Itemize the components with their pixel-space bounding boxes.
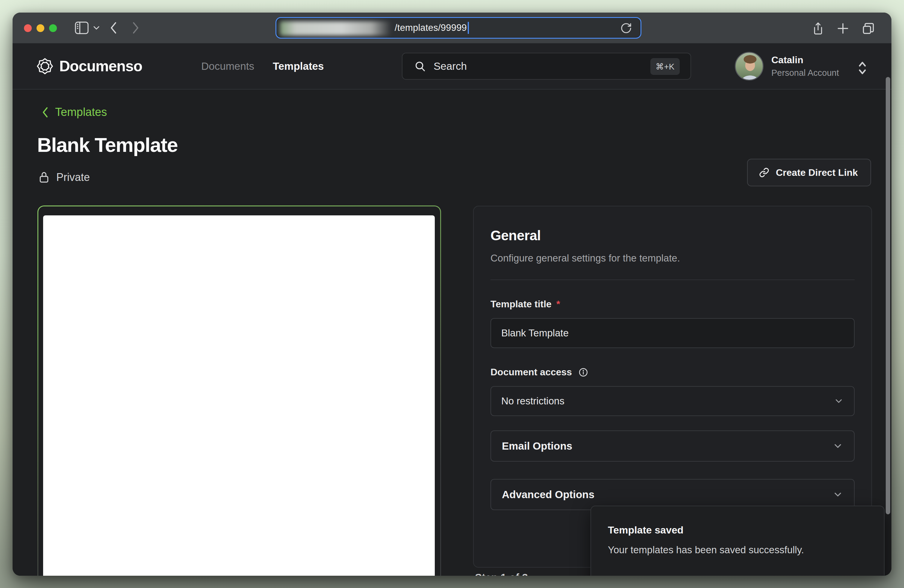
general-description: Configure general settings for the templ… bbox=[490, 253, 855, 264]
chevron-down-icon bbox=[833, 489, 843, 500]
visibility-label: Private bbox=[56, 171, 90, 183]
document-preview-inner bbox=[38, 206, 440, 576]
document-preview-card bbox=[38, 205, 441, 576]
zoom-window-button[interactable] bbox=[49, 24, 57, 32]
documenso-app: Documenso Documents Templates Search ⌘+K… bbox=[13, 43, 891, 576]
browser-toolbar: /templates/99999 bbox=[13, 13, 891, 43]
template-title-label: Template title bbox=[490, 299, 552, 310]
search-placeholder: Search bbox=[434, 60, 467, 72]
reload-icon bbox=[620, 22, 632, 34]
toast-message: Your templates has been saved successful… bbox=[608, 544, 867, 556]
nav-documents[interactable]: Documents bbox=[201, 60, 254, 72]
minimize-window-button[interactable] bbox=[36, 24, 44, 32]
account-text: Catalin Personal Account bbox=[771, 55, 839, 78]
breadcrumb-label: Templates bbox=[55, 106, 107, 119]
chevron-down-icon bbox=[834, 396, 844, 406]
breadcrumb-back-link[interactable]: Templates bbox=[41, 106, 107, 119]
redacted-domain-blur bbox=[280, 21, 391, 36]
share-button[interactable] bbox=[812, 22, 824, 35]
brand-logo[interactable]: Documenso bbox=[36, 43, 142, 89]
divider bbox=[490, 280, 855, 280]
nav-templates[interactable]: Templates bbox=[273, 60, 324, 72]
share-icon bbox=[812, 22, 824, 35]
sidebar-icon bbox=[75, 22, 89, 34]
required-asterisk: * bbox=[556, 299, 560, 310]
template-title-input[interactable] bbox=[490, 318, 855, 348]
documenso-logo-icon bbox=[36, 58, 53, 74]
document-access-label-row: Document access bbox=[490, 367, 855, 378]
toast-title: Template saved bbox=[608, 524, 867, 536]
general-title: General bbox=[490, 228, 855, 243]
document-access-value: No restrictions bbox=[501, 395, 564, 407]
chevron-left-icon bbox=[41, 106, 50, 119]
link-icon bbox=[759, 168, 769, 178]
pdf-page bbox=[43, 215, 435, 576]
sidebar-toggle-button[interactable] bbox=[75, 22, 89, 34]
email-options-label: Email Options bbox=[502, 440, 572, 452]
step-indicator: Step 1 of 3 bbox=[475, 572, 528, 576]
email-options-accordion[interactable]: Email Options bbox=[490, 430, 855, 462]
user-name: Catalin bbox=[771, 55, 839, 66]
user-menu[interactable]: Catalin Personal Account bbox=[735, 52, 839, 81]
traffic-lights bbox=[24, 24, 57, 32]
avatar bbox=[735, 52, 763, 81]
visibility-badge: Private bbox=[38, 171, 90, 183]
toast-notification: Template saved Your templates has been s… bbox=[591, 506, 885, 576]
search-bar[interactable]: Search ⌘+K bbox=[402, 53, 691, 80]
info-icon[interactable] bbox=[578, 368, 588, 377]
advanced-options-label: Advanced Options bbox=[502, 488, 594, 501]
chevron-down-icon bbox=[93, 25, 100, 30]
chevrons-up-down-icon bbox=[856, 60, 869, 76]
browser-window: /templates/99999 bbox=[13, 13, 891, 576]
reload-button[interactable] bbox=[620, 22, 632, 34]
lock-icon bbox=[38, 171, 50, 183]
new-tab-button[interactable] bbox=[837, 22, 849, 35]
back-button[interactable] bbox=[109, 21, 118, 35]
text-caret bbox=[468, 22, 469, 34]
plus-icon bbox=[837, 22, 849, 35]
tabs-icon bbox=[862, 22, 875, 35]
main-nav: Documents Templates bbox=[201, 43, 324, 89]
address-bar[interactable]: /templates/99999 bbox=[275, 17, 642, 39]
url-text: /templates/99999 bbox=[395, 22, 467, 33]
sidebar-menu-chevron[interactable] bbox=[93, 25, 100, 30]
scrollbar-thumb[interactable] bbox=[886, 77, 890, 514]
app-header: Documenso Documents Templates Search ⌘+K… bbox=[13, 43, 891, 90]
create-direct-link-button[interactable]: Create Direct Link bbox=[747, 159, 871, 187]
user-account-type: Personal Account bbox=[771, 68, 839, 78]
tab-overview-button[interactable] bbox=[862, 22, 875, 35]
chevron-down-icon bbox=[833, 441, 843, 451]
search-shortcut-badge: ⌘+K bbox=[650, 58, 680, 75]
chevron-right-icon bbox=[131, 21, 140, 35]
document-access-select[interactable]: No restrictions bbox=[490, 386, 855, 416]
toolbar-right-actions bbox=[812, 22, 875, 35]
document-access-label: Document access bbox=[490, 367, 572, 378]
chevron-left-icon bbox=[109, 21, 118, 35]
template-title-label-row: Template title * bbox=[490, 299, 855, 310]
forward-button[interactable] bbox=[131, 21, 140, 35]
page-title: Blank Template bbox=[37, 133, 177, 156]
create-direct-link-label: Create Direct Link bbox=[776, 167, 858, 178]
close-window-button[interactable] bbox=[24, 24, 32, 32]
brand-name: Documenso bbox=[59, 57, 142, 75]
search-icon bbox=[414, 60, 426, 72]
